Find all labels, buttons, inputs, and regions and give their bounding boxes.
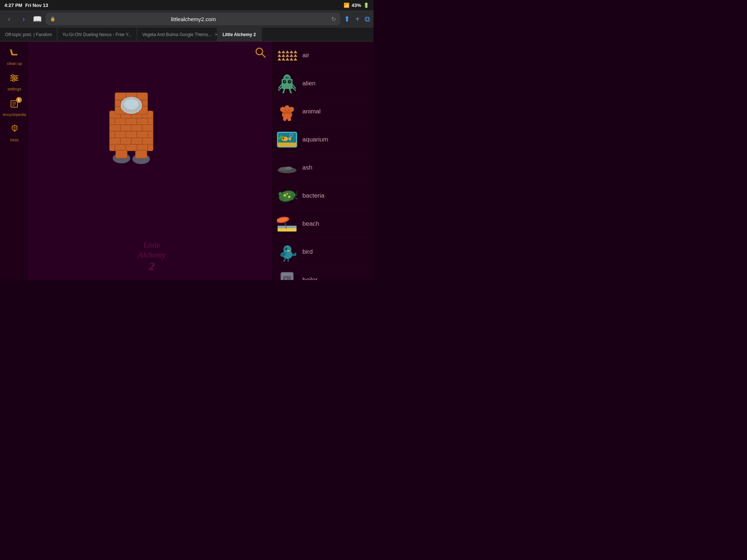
status-left: 4:27 PM Fri Nov 13 bbox=[4, 3, 48, 8]
watermark-line2: Alchemy bbox=[138, 250, 166, 260]
element-alien[interactable]: alien bbox=[272, 70, 374, 98]
browser-actions: ⬆ + ⧉ bbox=[344, 15, 370, 23]
svg-point-77 bbox=[280, 107, 285, 112]
url-text: littlealchemy2.com bbox=[58, 16, 328, 22]
svg-rect-86 bbox=[278, 143, 297, 147]
svg-point-81 bbox=[286, 111, 289, 114]
svg-point-99 bbox=[279, 192, 282, 196]
svg-point-58 bbox=[124, 99, 139, 109]
day: Fri Nov 13 bbox=[25, 3, 48, 8]
bird-icon bbox=[277, 242, 297, 262]
tab-fandom[interactable]: Off-topic post. | Fandom bbox=[0, 28, 57, 41]
battery-icon: 🔋 bbox=[363, 3, 369, 8]
back-button[interactable]: ‹ bbox=[4, 15, 15, 23]
svg-point-112 bbox=[283, 245, 291, 253]
ash-name: ash bbox=[302, 164, 312, 171]
svg-rect-1 bbox=[12, 54, 18, 55]
aquarium-name: aquarium bbox=[302, 136, 328, 143]
settings-icon bbox=[9, 73, 19, 85]
sidebar-item-hints[interactable]: hints bbox=[9, 124, 20, 142]
cleanup-label: clean up bbox=[7, 61, 22, 66]
svg-line-16 bbox=[17, 126, 17, 126]
svg-point-7 bbox=[12, 79, 15, 81]
status-bar: 4:27 PM Fri Nov 13 📶 43% 🔋 bbox=[0, 0, 374, 10]
hints-label: hints bbox=[10, 138, 19, 142]
element-panel: air bbox=[271, 42, 374, 280]
tabs-button[interactable]: ⧉ bbox=[365, 15, 370, 23]
svg-rect-62 bbox=[135, 150, 147, 158]
reload-button[interactable]: ↻ bbox=[331, 16, 336, 23]
svg-point-91 bbox=[283, 138, 284, 139]
air-name: air bbox=[302, 52, 309, 59]
watermark: Little Alchemy 2 bbox=[138, 240, 166, 273]
element-beach[interactable]: beach bbox=[272, 210, 374, 238]
svg-rect-13 bbox=[14, 131, 15, 132]
address-bar[interactable]: 🔒 littlealchemy2.com ↻ bbox=[46, 13, 340, 25]
animal-icon bbox=[277, 101, 297, 122]
settings-label: settings bbox=[8, 87, 22, 91]
element-air[interactable]: air bbox=[272, 42, 374, 70]
share-button[interactable]: ⬆ bbox=[344, 15, 350, 23]
canvas-area[interactable]: Little Alchemy 2 bbox=[29, 42, 271, 280]
sidebar-item-settings[interactable]: settings bbox=[8, 73, 22, 91]
svg-point-3 bbox=[12, 75, 14, 77]
element-ash[interactable]: ash bbox=[272, 154, 374, 182]
game-container: clean up settings bbox=[0, 42, 374, 280]
battery-text: 43% bbox=[352, 3, 361, 8]
bookmarks-button[interactable]: 📖 bbox=[33, 15, 42, 23]
beach-icon bbox=[277, 214, 297, 234]
svg-line-118 bbox=[284, 259, 285, 262]
search-icon[interactable] bbox=[255, 47, 266, 61]
encyclopedia-label: encyclopedia bbox=[3, 112, 26, 117]
cleanup-icon bbox=[9, 47, 20, 60]
svg-rect-65 bbox=[285, 77, 289, 79]
status-right: 📶 43% 🔋 bbox=[344, 3, 369, 8]
svg-point-78 bbox=[285, 105, 290, 110]
svg-line-75 bbox=[290, 89, 291, 93]
hints-icon bbox=[9, 124, 20, 136]
tab-close-vegeta[interactable]: ✕ bbox=[214, 32, 217, 38]
left-sidebar: clean up settings bbox=[0, 42, 29, 280]
svg-point-105 bbox=[286, 193, 288, 195]
svg-point-115 bbox=[285, 248, 286, 249]
sidebar-item-encyclopedia[interactable]: 5 encyclopedia bbox=[3, 98, 26, 117]
sidebar-item-cleanup[interactable]: clean up bbox=[7, 47, 22, 66]
browser-chrome: ‹ › 📖 🔒 littlealchemy2.com ↻ ⬆ + ⧉ bbox=[0, 10, 374, 28]
svg-point-114 bbox=[285, 248, 287, 250]
tab-vegeta[interactable]: Vegeta And Bulma Google Thems... ✕ bbox=[137, 28, 217, 41]
air-icon bbox=[277, 45, 297, 66]
element-bird[interactable]: bird bbox=[272, 238, 374, 266]
svg-point-79 bbox=[289, 107, 294, 112]
bacteria-name: bacteria bbox=[302, 192, 324, 199]
encyclopedia-icon: 5 bbox=[9, 98, 20, 111]
svg-point-5 bbox=[15, 77, 17, 79]
svg-rect-107 bbox=[278, 226, 297, 228]
forward-button[interactable]: › bbox=[18, 15, 29, 23]
bird-name: bird bbox=[302, 248, 313, 256]
aquarium-icon bbox=[277, 129, 297, 150]
tab-yugioh[interactable]: Yu-Gi-Oh! Dueling Nexus - Free Y... bbox=[57, 28, 137, 41]
tab-alchemy[interactable]: Little Alchemy 2 bbox=[217, 28, 262, 41]
time: 4:27 PM bbox=[4, 3, 22, 8]
element-boiler[interactable]: boiler bbox=[272, 266, 374, 280]
watermark-line1: Little bbox=[138, 240, 166, 250]
encyclopedia-badge: 5 bbox=[16, 97, 22, 103]
new-tab-button[interactable]: + bbox=[355, 15, 360, 23]
element-aquarium[interactable]: aquarium bbox=[272, 126, 374, 154]
svg-point-102 bbox=[291, 197, 294, 200]
tabs-bar: Off-topic post. | Fandom Yu-Gi-Oh! Dueli… bbox=[0, 28, 374, 42]
alien-name: alien bbox=[302, 80, 316, 87]
svg-point-69 bbox=[289, 81, 291, 82]
element-animal[interactable]: animal bbox=[272, 98, 374, 126]
svg-point-103 bbox=[284, 194, 286, 197]
svg-point-97 bbox=[285, 167, 292, 170]
boiler-icon bbox=[277, 270, 297, 280]
svg-line-74 bbox=[283, 89, 285, 93]
ash-icon bbox=[277, 158, 297, 178]
animal-name: animal bbox=[302, 108, 321, 115]
element-bacteria[interactable]: bacteria bbox=[272, 182, 374, 210]
bacteria-icon bbox=[277, 186, 297, 206]
svg-point-101 bbox=[280, 198, 283, 201]
svg-point-80 bbox=[283, 112, 286, 114]
watermark-line3: 2 bbox=[138, 260, 166, 273]
